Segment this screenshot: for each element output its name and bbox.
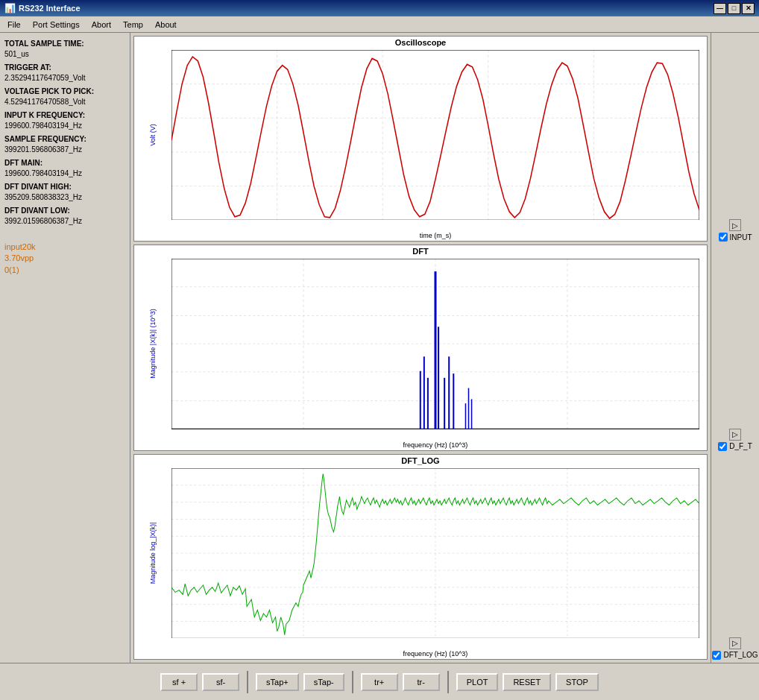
dft-main-label: DFT MAIN: — [4, 158, 125, 168]
right-panel: ▷ INPUT ▷ D_F_T ▷ DFT_LOG — [711, 33, 759, 663]
title-bar-buttons: — □ ✕ — [714, 3, 755, 14]
tr-minus-button[interactable]: tr- — [403, 673, 440, 691]
separator-3 — [447, 671, 449, 693]
stop-button[interactable]: STOP — [555, 673, 599, 691]
right-oscilloscope-section: ▷ INPUT — [713, 36, 758, 242]
bottom-bar: sf + sf- sTap+ sTap- tr+ tr- PLOT RESET … — [0, 663, 759, 700]
maximize-button[interactable]: □ — [728, 3, 740, 14]
window-title: RS232 Interface — [19, 4, 714, 13]
oscilloscope-xlabel: time (m_s) — [171, 232, 699, 239]
svg-rect-20 — [171, 50, 699, 220]
menu-file[interactable]: File — [1, 19, 27, 31]
dft-divant-high-value: 395209.580838323_Hz — [4, 192, 125, 203]
oscilloscope-title: Oscilloscope — [134, 37, 707, 48]
dft-checkbox-label: D_F_T — [729, 442, 752, 450]
left-panel: TOTAL SAMPLE TIME: 501_us TRIGGER AT: 2.… — [0, 33, 130, 663]
close-button[interactable]: ✕ — [742, 3, 755, 14]
dft-log-checkbox-row: DFT_LOG — [712, 651, 758, 660]
dft-log-scroll-btn[interactable]: ▷ — [729, 637, 741, 649]
right-dft-log-section: ▷ DFT_LOG — [713, 454, 758, 660]
input-checkbox-label: INPUT — [730, 233, 752, 242]
oscilloscope-ylabel: Volt (V) — [134, 50, 171, 220]
total-sample-time-value: 501_us — [4, 49, 125, 60]
right-dft-section: ▷ D_F_T — [713, 245, 758, 450]
voltage-value: 4.52941176470588_Volt — [4, 97, 125, 107]
sample-freq-label: SAMPLE FREQUENCY: — [4, 134, 125, 145]
input-k-freq-value: 199600.798403194_Hz — [4, 121, 125, 131]
charts-area: Oscilloscope Volt (V) 0 1 2 3 4 5 0 100 … — [130, 33, 711, 663]
main-container: TOTAL SAMPLE TIME: 501_us TRIGGER AT: 2.… — [0, 33, 759, 663]
dft-svg: 0 5 10 15 20 25 30 0 100 200 300 400 — [171, 259, 699, 429]
minimize-button[interactable]: — — [714, 3, 726, 14]
app-icon: 📊 — [4, 3, 16, 13]
trigger-at-value: 2.35294117647059_Volt — [4, 73, 125, 83]
total-sample-time-label: TOTAL SAMPLE TIME: — [4, 39, 125, 49]
plot-button[interactable]: PLOT — [456, 673, 499, 691]
dft-divant-low-value: 3992.01596806387_Hz — [4, 216, 125, 227]
separator-1 — [247, 671, 248, 693]
dft-log-plot: 0 10 20 30 40 50 60 70 80 90 100 0 100 2… — [171, 468, 699, 638]
menu-temp[interactable]: Temp — [117, 19, 149, 31]
reset-button[interactable]: RESET — [503, 673, 551, 691]
oscilloscope-plot: 0 1 2 3 4 5 0 100 200 300 400 500 — [171, 50, 699, 220]
dft-log-svg: 0 10 20 30 40 50 60 70 80 90 100 0 100 2… — [171, 468, 699, 638]
dft-scroll-btn[interactable]: ▷ — [729, 429, 741, 441]
sample-freq-value: 399201.596806387_Hz — [4, 145, 125, 155]
dft-ylabel: Magnitude |X(k)| (10^3) — [134, 259, 171, 429]
tr-plus-button[interactable]: tr+ — [361, 673, 398, 691]
stap-minus-button[interactable]: sTap- — [303, 673, 344, 691]
dft-log-checkbox[interactable] — [712, 651, 721, 660]
voltage-label: VOLTAGE PICK TO PICK: — [4, 86, 125, 97]
dft-log-xlabel: frequency (Hz) (10^3) — [171, 650, 699, 658]
menu-abort[interactable]: Abort — [86, 19, 117, 31]
input-vpp: 3.70vpp — [4, 253, 125, 264]
dft-divant-high-label: DFT DIVANT HIGH: — [4, 182, 125, 192]
menu-bar: File Port Settings Abort Temp About — [0, 16, 759, 33]
trigger-at-label: TRIGGER AT: — [4, 63, 125, 73]
input-k-freq-label: INPUT K FREQUENCY: — [4, 110, 125, 121]
dft-main-value: 199600.798403194_Hz — [4, 168, 125, 179]
dft-log-chart: DFT_LOG Magnitude log_|X(k)| 0 10 20 30 … — [133, 454, 708, 660]
dft-chart: DFT Magnitude |X(k)| (10^3) 0 5 10 15 20… — [133, 245, 708, 450]
dft-checkbox-row: D_F_T — [718, 442, 752, 451]
sf-minus-button[interactable]: sf- — [202, 673, 239, 691]
input-checkbox-row: INPUT — [719, 233, 752, 242]
stap-plus-button[interactable]: sTap+ — [256, 673, 299, 691]
oscilloscope-scroll-btn[interactable]: ▷ — [729, 219, 741, 231]
separator-2 — [352, 671, 353, 693]
input-name: input20k — [4, 242, 125, 253]
title-bar: 📊 RS232 Interface — □ ✕ — [0, 0, 759, 16]
dft-log-checkbox-label: DFT_LOG — [723, 651, 758, 659]
dft-log-ylabel: Magnitude log_|X(k)| — [134, 468, 171, 638]
menu-port-settings[interactable]: Port Settings — [27, 19, 86, 31]
dft-divant-low-label: DFT DIVANT LOW: — [4, 206, 125, 216]
sf-plus-button[interactable]: sf + — [160, 673, 198, 691]
dft-title: DFT — [134, 245, 707, 257]
input-checkbox[interactable] — [719, 233, 728, 242]
menu-about[interactable]: About — [149, 19, 183, 31]
dft-log-title: DFT_LOG — [134, 455, 707, 467]
oscilloscope-svg: 0 1 2 3 4 5 0 100 200 300 400 500 — [171, 50, 699, 220]
input-index: 0(1) — [4, 265, 125, 276]
dft-checkbox[interactable] — [718, 442, 727, 451]
dft-plot: 0 5 10 15 20 25 30 0 100 200 300 400 — [171, 259, 699, 429]
input-info: input20k 3.70vpp 0(1) — [4, 242, 125, 276]
dft-xlabel: frequency (Hz) (10^3) — [171, 441, 699, 449]
oscilloscope-chart: Oscilloscope Volt (V) 0 1 2 3 4 5 0 100 … — [133, 36, 708, 242]
